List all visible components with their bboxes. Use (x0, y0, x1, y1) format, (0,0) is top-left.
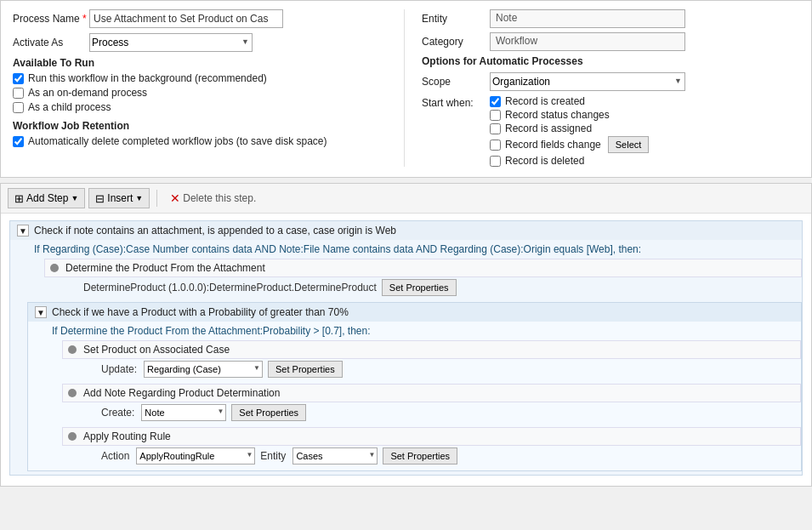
insert-icon: ⊟ (95, 192, 105, 205)
scope-select-wrapper: Organization (490, 72, 685, 91)
category-label: Category (422, 36, 490, 48)
nested-item-1-set-properties-btn[interactable]: Set Properties (231, 404, 306, 421)
start-when-section: Start when: Record is created Record sta… (422, 95, 799, 167)
nested-item-2-detail: Action ApplyRoutingRule Entity Cases (96, 446, 801, 468)
start-when-checks: Record is created Record status changes … (490, 95, 649, 167)
nested-item-1-select[interactable]: Note (141, 404, 226, 421)
nested-item-2-action-label: Action (101, 450, 129, 462)
nested-item-1: Add Note Regarding Product Determination… (62, 384, 801, 425)
nested-item-1-detail: Create: Note Set Properties (96, 402, 801, 425)
nested-item-2-entity-label: Entity (260, 450, 286, 462)
nested-item-0-row: Set Product on Associated Case (62, 340, 801, 359)
nested-item-0-select[interactable]: Regarding (Case) (144, 361, 263, 378)
insert-label: Insert (107, 192, 133, 204)
workflow-content: ▼ Check if note contains an attachment, … (1, 214, 811, 486)
entity-row: Entity Note (422, 9, 799, 28)
sub-step-1-detail-text: DetermineProduct (1.0.0.0):DetermineProd… (83, 282, 377, 293)
sub-step-1-set-properties-btn[interactable]: Set Properties (382, 279, 457, 296)
checkbox-ondemand-label: As an on-demand process (28, 87, 147, 99)
nested-item-1-bullet (68, 389, 77, 397)
delete-step-button[interactable]: ✕ Delete this step. (164, 190, 262, 207)
checkbox-background[interactable] (13, 73, 24, 84)
scope-label: Scope (422, 76, 490, 88)
sub-step-1: Determine the Product From the Attachmen… (44, 259, 802, 299)
nested-step-block: ▼ Check if we have a Product with a Prob… (27, 302, 802, 471)
sw-status-changes-check[interactable] (490, 110, 501, 121)
sw-assigned-label: Record is assigned (505, 123, 592, 134)
sw-record-created-label: Record is created (505, 95, 585, 107)
nested-item-2-set-properties-btn[interactable]: Set Properties (383, 447, 457, 464)
toolbar: ⊞ Add Step ▼ ⊟ Insert ▼ ✕ Delete this st… (1, 184, 811, 214)
right-column: Entity Note Category Workflow Options fo… (404, 9, 799, 167)
checkbox-child-row: As a child process (13, 101, 387, 113)
sw-deleted: Record is deleted (490, 155, 649, 167)
entity-label: Entity (422, 13, 490, 25)
checkbox-autodelete-label: Automatically delete completed workflow … (28, 135, 327, 147)
nested-item-0-detail-label: Update: (101, 363, 137, 375)
checkbox-ondemand[interactable] (13, 88, 24, 99)
scope-row: Scope Organization (422, 72, 799, 91)
insert-button[interactable]: ⊟ Insert ▼ (88, 188, 150, 208)
nested-step-header: ▼ Check if we have a Product with a Prob… (28, 303, 801, 322)
checkbox-child[interactable] (13, 102, 24, 113)
nested-item-1-row: Add Note Regarding Product Determination (62, 384, 801, 402)
fields-change-select-btn[interactable]: Select (608, 136, 650, 153)
step-1-condition: If Regarding (Case):Case Number contains… (10, 240, 802, 259)
left-column: Process Name * Activate As Process Avail… (13, 9, 404, 167)
job-retention-title: Workflow Job Retention (13, 120, 387, 132)
add-step-chevron: ▼ (71, 194, 78, 202)
nested-item-2-row: Apply Routing Rule (62, 427, 801, 446)
nested-item-2-bullet (68, 432, 77, 441)
sw-record-created-check[interactable] (490, 96, 501, 107)
sw-fields-change-label: Record fields change (505, 139, 601, 151)
step-1-toggle[interactable]: ▼ (17, 225, 29, 237)
nested-item-0-detail: Update: Regarding (Case) Set Properties (96, 359, 801, 381)
step-1-title: Check if note contains an attachment, is… (34, 225, 396, 237)
toolbar-separator (156, 190, 157, 207)
sw-fields-change: Record fields change Select (490, 136, 649, 153)
process-name-label: Process Name * (13, 13, 89, 25)
nested-item-0-set-properties-btn[interactable]: Set Properties (268, 361, 343, 378)
nested-step-title: Check if we have a Product with a Probab… (52, 306, 349, 318)
checkbox-ondemand-row: As an on-demand process (13, 87, 387, 99)
sub-step-1-title: Determine the Product From the Attachmen… (65, 262, 265, 274)
nested-item-0-select-wrapper: Regarding (Case) (144, 361, 263, 378)
add-step-button[interactable]: ⊞ Add Step ▼ (8, 188, 85, 208)
sw-deleted-label: Record is deleted (505, 155, 584, 167)
checkbox-autodelete[interactable] (13, 136, 24, 147)
nested-item-1-detail-label: Create: (101, 407, 134, 419)
nested-item-1-select-wrapper: Note (141, 404, 226, 421)
sw-assigned: Record is assigned (490, 123, 649, 134)
sw-fields-change-check[interactable] (490, 140, 501, 151)
nested-step-toggle[interactable]: ▼ (35, 306, 47, 318)
available-to-run-title: Available To Run (13, 57, 387, 69)
checkbox-background-label: Run this workflow in the background (rec… (28, 72, 267, 84)
start-when-label: Start when: (422, 95, 490, 109)
step-1-block: ▼ Check if note contains an attachment, … (9, 220, 803, 476)
nested-item-0-bullet (68, 345, 77, 354)
sw-deleted-check[interactable] (490, 156, 501, 167)
bottom-panel: ⊞ Add Step ▼ ⊟ Insert ▼ ✕ Delete this st… (0, 183, 812, 487)
nested-item-2-title: Apply Routing Rule (83, 430, 171, 442)
sw-status-changes-label: Record status changes (505, 109, 610, 121)
nested-item-2-action-select[interactable]: ApplyRoutingRule (136, 447, 255, 464)
checkbox-autodelete-row: Automatically delete completed workflow … (13, 135, 387, 147)
scope-select[interactable]: Organization (490, 72, 685, 91)
sub-step-1-detail: DetermineProduct (1.0.0.0):DetermineProd… (78, 277, 802, 299)
activate-as-select-wrapper: Process (89, 33, 253, 52)
activate-as-select[interactable]: Process (89, 33, 253, 52)
sw-assigned-check[interactable] (490, 123, 501, 134)
nested-item-0-title: Set Product on Associated Case (83, 344, 230, 356)
category-row: Category Workflow (422, 32, 799, 51)
entity-value: Note (490, 9, 685, 28)
checkbox-child-label: As a child process (28, 101, 111, 113)
top-panel: Process Name * Activate As Process Avail… (0, 0, 812, 178)
add-step-icon: ⊞ (14, 192, 24, 205)
required-indicator: * (82, 13, 87, 25)
sub-step-1-bullet (50, 264, 59, 272)
nested-item-2: Apply Routing Rule Action ApplyRoutingRu… (62, 427, 801, 468)
process-name-input[interactable] (89, 9, 283, 28)
insert-chevron: ▼ (135, 194, 143, 202)
step-1-condition-text: If Regarding (Case):Case Number contains… (34, 243, 641, 255)
nested-item-2-entity-select[interactable]: Cases (292, 447, 378, 464)
